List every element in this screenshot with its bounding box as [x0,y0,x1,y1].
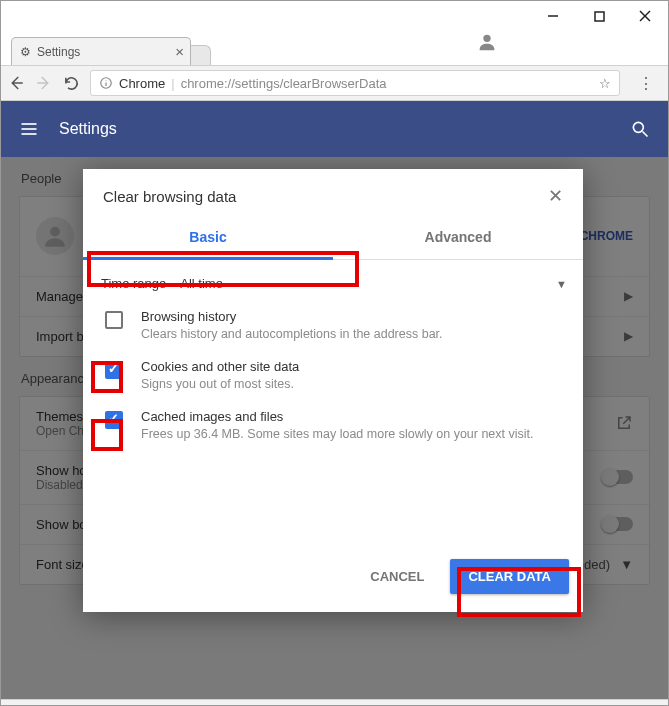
chrome-menu-button[interactable]: ⋮ [630,74,662,93]
address-bar[interactable]: Chrome | chrome://settings/clearBrowserD… [90,70,620,96]
dialog-tabs: Basic Advanced [83,219,583,260]
option-cache[interactable]: Cached images and files Frees up 36.4 MB… [91,397,577,447]
tab-advanced[interactable]: Advanced [333,219,583,260]
browser-tabstrip: ⚙ Settings × [1,31,668,65]
site-info-icon[interactable] [99,76,113,90]
cancel-button[interactable]: CANCEL [356,561,438,592]
bookmark-star-icon[interactable]: ☆ [599,76,611,91]
browser-tab[interactable]: ⚙ Settings × [11,37,191,65]
maximize-button[interactable] [576,1,622,31]
back-button[interactable] [7,74,25,92]
svg-point-11 [633,122,643,132]
reload-button[interactable] [63,75,80,92]
dropdown-caret-icon: ▼ [556,278,567,290]
close-tab-icon[interactable]: × [175,43,184,60]
settings-appbar: Settings [1,101,668,157]
browser-toolbar: Chrome | chrome://settings/clearBrowserD… [1,65,668,101]
search-icon[interactable] [630,119,650,139]
time-range-select[interactable]: All time ▼ [180,276,567,291]
window-titlebar [1,1,668,31]
option-browsing-history[interactable]: Browsing history Clears history and auto… [91,297,577,347]
url-text: chrome://settings/clearBrowserData [181,76,387,91]
tab-title: Settings [37,45,80,59]
svg-point-4 [483,35,490,42]
settings-content: People Sign in to get your bookmarks, hi… [1,157,668,699]
checkbox[interactable] [105,411,123,429]
time-range-label: Time range [101,276,166,291]
page-title: Settings [59,120,117,138]
option-cookies[interactable]: Cookies and other site data Signs you ou… [91,347,577,397]
close-dialog-button[interactable]: ✕ [548,185,563,207]
gear-icon: ⚙ [20,45,31,59]
svg-line-12 [643,132,648,137]
hamburger-icon[interactable] [19,119,39,139]
minimize-button[interactable] [530,1,576,31]
clear-browsing-data-dialog: Clear browsing data ✕ Basic Advanced Tim… [83,169,583,612]
profile-icon[interactable] [476,31,498,53]
time-range-row: Time range All time ▼ [91,270,577,297]
clear-data-button[interactable]: CLEAR DATA [450,559,569,594]
url-scheme: Chrome [119,76,165,91]
dialog-title: Clear browsing data [103,188,236,205]
tab-basic[interactable]: Basic [83,219,333,260]
forward-button [35,74,53,92]
close-window-button[interactable] [622,1,668,31]
svg-rect-1 [595,12,604,21]
checkbox[interactable] [105,311,123,329]
checkbox[interactable] [105,361,123,379]
status-bar [1,699,668,706]
